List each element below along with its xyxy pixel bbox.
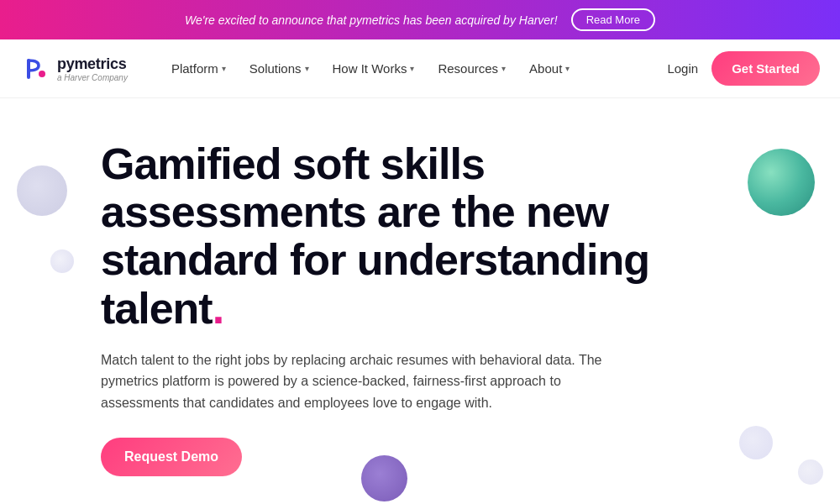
- orb-bottom-right: [798, 459, 823, 485]
- hero-title-line2: assessments are the new: [101, 187, 608, 236]
- hero-title-line3: standard for understanding: [101, 235, 649, 284]
- resources-chevron-icon: ▾: [501, 64, 506, 73]
- announcement-banner: We're excited to announce that pymetrics…: [0, 0, 840, 39]
- logo-link[interactable]: pymetrics a Harver Company: [20, 54, 128, 84]
- nav-how-it-works[interactable]: How It Works ▾: [323, 55, 425, 82]
- request-demo-button[interactable]: Request Demo: [101, 438, 242, 476]
- logo-icon: [20, 54, 50, 84]
- get-started-button[interactable]: Get Started: [711, 51, 820, 86]
- about-chevron-icon: ▾: [565, 64, 570, 73]
- hero-content: Gamified soft skills assessments are the…: [101, 140, 689, 476]
- header: pymetrics a Harver Company Platform ▾ So…: [0, 39, 840, 98]
- how-it-works-chevron-icon: ▾: [410, 64, 414, 73]
- orb-left-mid: [50, 249, 74, 273]
- nav-solutions[interactable]: Solutions ▾: [239, 55, 319, 82]
- hero-section: Gamified soft skills assessments are the…: [0, 98, 840, 504]
- main-nav: Platform ▾ Solutions ▾ How It Works ▾ Re…: [161, 55, 668, 82]
- hero-subtitle: Match talent to the right jobs by replac…: [101, 349, 622, 414]
- orb-right-large: [748, 149, 815, 216]
- svg-point-1: [39, 71, 45, 77]
- solutions-chevron-icon: ▾: [305, 64, 309, 73]
- login-button[interactable]: Login: [667, 61, 698, 76]
- nav-about[interactable]: About ▾: [519, 55, 580, 82]
- hero-title-dot: .: [213, 284, 223, 333]
- platform-chevron-icon: ▾: [222, 64, 226, 73]
- logo-text-area: pymetrics a Harver Company: [57, 55, 128, 82]
- orb-left-top: [17, 165, 67, 216]
- read-more-button[interactable]: Read More: [571, 8, 655, 31]
- nav-right: Login Get Started: [667, 51, 820, 86]
- nav-resources[interactable]: Resources ▾: [428, 55, 516, 82]
- hero-title-line1: Gamified soft skills: [101, 139, 485, 188]
- hero-title-line4: talent: [101, 284, 213, 333]
- logo-tagline: a Harver Company: [57, 73, 128, 82]
- nav-platform[interactable]: Platform ▾: [161, 55, 236, 82]
- announcement-text: We're excited to announce that pymetrics…: [185, 13, 558, 27]
- orb-bottom-purple: [361, 455, 407, 501]
- hero-title: Gamified soft skills assessments are the…: [101, 140, 689, 333]
- orb-right-small: [739, 426, 773, 459]
- logo-name: pymetrics: [57, 55, 128, 73]
